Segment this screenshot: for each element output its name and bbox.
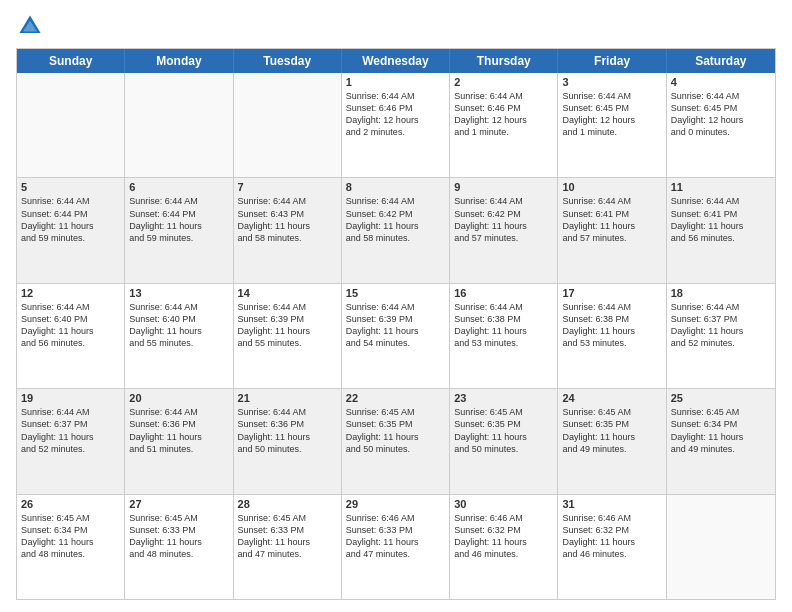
- day-number: 2: [454, 76, 553, 88]
- day-number: 19: [21, 392, 120, 404]
- day-number: 13: [129, 287, 228, 299]
- calendar-day-20: 20Sunrise: 6:44 AM Sunset: 6:36 PM Dayli…: [125, 389, 233, 493]
- header-cell-friday: Friday: [558, 49, 666, 73]
- logo-icon: [16, 12, 44, 40]
- day-info: Sunrise: 6:44 AM Sunset: 6:38 PM Dayligh…: [454, 301, 553, 350]
- calendar-header-row: SundayMondayTuesdayWednesdayThursdayFrid…: [17, 49, 775, 73]
- header-cell-thursday: Thursday: [450, 49, 558, 73]
- calendar-day-2: 2Sunrise: 6:44 AM Sunset: 6:46 PM Daylig…: [450, 73, 558, 177]
- day-info: Sunrise: 6:44 AM Sunset: 6:41 PM Dayligh…: [671, 195, 771, 244]
- logo: [16, 12, 48, 40]
- calendar-day-14: 14Sunrise: 6:44 AM Sunset: 6:39 PM Dayli…: [234, 284, 342, 388]
- calendar-day-13: 13Sunrise: 6:44 AM Sunset: 6:40 PM Dayli…: [125, 284, 233, 388]
- day-info: Sunrise: 6:44 AM Sunset: 6:40 PM Dayligh…: [21, 301, 120, 350]
- day-number: 24: [562, 392, 661, 404]
- calendar-day-25: 25Sunrise: 6:45 AM Sunset: 6:34 PM Dayli…: [667, 389, 775, 493]
- day-info: Sunrise: 6:44 AM Sunset: 6:39 PM Dayligh…: [346, 301, 445, 350]
- calendar-week-5: 26Sunrise: 6:45 AM Sunset: 6:34 PM Dayli…: [17, 495, 775, 599]
- day-number: 1: [346, 76, 445, 88]
- header-cell-tuesday: Tuesday: [234, 49, 342, 73]
- day-number: 9: [454, 181, 553, 193]
- day-info: Sunrise: 6:45 AM Sunset: 6:35 PM Dayligh…: [562, 406, 661, 455]
- calendar-day-27: 27Sunrise: 6:45 AM Sunset: 6:33 PM Dayli…: [125, 495, 233, 599]
- calendar-day-4: 4Sunrise: 6:44 AM Sunset: 6:45 PM Daylig…: [667, 73, 775, 177]
- day-number: 8: [346, 181, 445, 193]
- day-number: 14: [238, 287, 337, 299]
- day-number: 27: [129, 498, 228, 510]
- day-number: 4: [671, 76, 771, 88]
- day-info: Sunrise: 6:44 AM Sunset: 6:43 PM Dayligh…: [238, 195, 337, 244]
- calendar-day-18: 18Sunrise: 6:44 AM Sunset: 6:37 PM Dayli…: [667, 284, 775, 388]
- day-number: 29: [346, 498, 445, 510]
- day-info: Sunrise: 6:44 AM Sunset: 6:46 PM Dayligh…: [346, 90, 445, 139]
- day-number: 15: [346, 287, 445, 299]
- day-info: Sunrise: 6:46 AM Sunset: 6:33 PM Dayligh…: [346, 512, 445, 561]
- calendar-empty-cell: [125, 73, 233, 177]
- day-number: 25: [671, 392, 771, 404]
- day-info: Sunrise: 6:44 AM Sunset: 6:39 PM Dayligh…: [238, 301, 337, 350]
- day-info: Sunrise: 6:44 AM Sunset: 6:37 PM Dayligh…: [671, 301, 771, 350]
- calendar-day-5: 5Sunrise: 6:44 AM Sunset: 6:44 PM Daylig…: [17, 178, 125, 282]
- calendar-day-17: 17Sunrise: 6:44 AM Sunset: 6:38 PM Dayli…: [558, 284, 666, 388]
- day-info: Sunrise: 6:44 AM Sunset: 6:36 PM Dayligh…: [238, 406, 337, 455]
- calendar-day-28: 28Sunrise: 6:45 AM Sunset: 6:33 PM Dayli…: [234, 495, 342, 599]
- calendar-day-19: 19Sunrise: 6:44 AM Sunset: 6:37 PM Dayli…: [17, 389, 125, 493]
- day-info: Sunrise: 6:45 AM Sunset: 6:34 PM Dayligh…: [671, 406, 771, 455]
- day-info: Sunrise: 6:45 AM Sunset: 6:34 PM Dayligh…: [21, 512, 120, 561]
- calendar-day-15: 15Sunrise: 6:44 AM Sunset: 6:39 PM Dayli…: [342, 284, 450, 388]
- calendar-empty-cell: [667, 495, 775, 599]
- calendar-day-3: 3Sunrise: 6:44 AM Sunset: 6:45 PM Daylig…: [558, 73, 666, 177]
- day-info: Sunrise: 6:44 AM Sunset: 6:46 PM Dayligh…: [454, 90, 553, 139]
- header-cell-wednesday: Wednesday: [342, 49, 450, 73]
- day-number: 11: [671, 181, 771, 193]
- calendar-day-9: 9Sunrise: 6:44 AM Sunset: 6:42 PM Daylig…: [450, 178, 558, 282]
- calendar-day-26: 26Sunrise: 6:45 AM Sunset: 6:34 PM Dayli…: [17, 495, 125, 599]
- calendar-week-2: 5Sunrise: 6:44 AM Sunset: 6:44 PM Daylig…: [17, 178, 775, 283]
- header-cell-saturday: Saturday: [667, 49, 775, 73]
- day-number: 31: [562, 498, 661, 510]
- calendar: SundayMondayTuesdayWednesdayThursdayFrid…: [16, 48, 776, 600]
- day-info: Sunrise: 6:44 AM Sunset: 6:36 PM Dayligh…: [129, 406, 228, 455]
- header-cell-monday: Monday: [125, 49, 233, 73]
- calendar-day-21: 21Sunrise: 6:44 AM Sunset: 6:36 PM Dayli…: [234, 389, 342, 493]
- calendar-day-10: 10Sunrise: 6:44 AM Sunset: 6:41 PM Dayli…: [558, 178, 666, 282]
- day-info: Sunrise: 6:44 AM Sunset: 6:44 PM Dayligh…: [21, 195, 120, 244]
- calendar-body: 1Sunrise: 6:44 AM Sunset: 6:46 PM Daylig…: [17, 73, 775, 599]
- calendar-day-29: 29Sunrise: 6:46 AM Sunset: 6:33 PM Dayli…: [342, 495, 450, 599]
- calendar-empty-cell: [17, 73, 125, 177]
- calendar-day-30: 30Sunrise: 6:46 AM Sunset: 6:32 PM Dayli…: [450, 495, 558, 599]
- day-number: 5: [21, 181, 120, 193]
- calendar-day-1: 1Sunrise: 6:44 AM Sunset: 6:46 PM Daylig…: [342, 73, 450, 177]
- calendar-day-16: 16Sunrise: 6:44 AM Sunset: 6:38 PM Dayli…: [450, 284, 558, 388]
- day-number: 3: [562, 76, 661, 88]
- day-number: 17: [562, 287, 661, 299]
- day-info: Sunrise: 6:44 AM Sunset: 6:45 PM Dayligh…: [562, 90, 661, 139]
- calendar-week-1: 1Sunrise: 6:44 AM Sunset: 6:46 PM Daylig…: [17, 73, 775, 178]
- day-info: Sunrise: 6:44 AM Sunset: 6:38 PM Dayligh…: [562, 301, 661, 350]
- day-number: 12: [21, 287, 120, 299]
- day-number: 23: [454, 392, 553, 404]
- calendar-day-6: 6Sunrise: 6:44 AM Sunset: 6:44 PM Daylig…: [125, 178, 233, 282]
- day-info: Sunrise: 6:44 AM Sunset: 6:40 PM Dayligh…: [129, 301, 228, 350]
- calendar-week-3: 12Sunrise: 6:44 AM Sunset: 6:40 PM Dayli…: [17, 284, 775, 389]
- day-info: Sunrise: 6:44 AM Sunset: 6:37 PM Dayligh…: [21, 406, 120, 455]
- day-info: Sunrise: 6:44 AM Sunset: 6:45 PM Dayligh…: [671, 90, 771, 139]
- day-info: Sunrise: 6:44 AM Sunset: 6:44 PM Dayligh…: [129, 195, 228, 244]
- calendar-day-24: 24Sunrise: 6:45 AM Sunset: 6:35 PM Dayli…: [558, 389, 666, 493]
- day-number: 21: [238, 392, 337, 404]
- day-number: 10: [562, 181, 661, 193]
- day-number: 6: [129, 181, 228, 193]
- page-header: [16, 12, 776, 40]
- calendar-week-4: 19Sunrise: 6:44 AM Sunset: 6:37 PM Dayli…: [17, 389, 775, 494]
- calendar-day-8: 8Sunrise: 6:44 AM Sunset: 6:42 PM Daylig…: [342, 178, 450, 282]
- day-number: 18: [671, 287, 771, 299]
- calendar-day-11: 11Sunrise: 6:44 AM Sunset: 6:41 PM Dayli…: [667, 178, 775, 282]
- day-number: 20: [129, 392, 228, 404]
- day-number: 28: [238, 498, 337, 510]
- calendar-day-22: 22Sunrise: 6:45 AM Sunset: 6:35 PM Dayli…: [342, 389, 450, 493]
- calendar-day-12: 12Sunrise: 6:44 AM Sunset: 6:40 PM Dayli…: [17, 284, 125, 388]
- calendar-day-31: 31Sunrise: 6:46 AM Sunset: 6:32 PM Dayli…: [558, 495, 666, 599]
- day-info: Sunrise: 6:46 AM Sunset: 6:32 PM Dayligh…: [454, 512, 553, 561]
- day-info: Sunrise: 6:45 AM Sunset: 6:33 PM Dayligh…: [129, 512, 228, 561]
- day-info: Sunrise: 6:45 AM Sunset: 6:35 PM Dayligh…: [454, 406, 553, 455]
